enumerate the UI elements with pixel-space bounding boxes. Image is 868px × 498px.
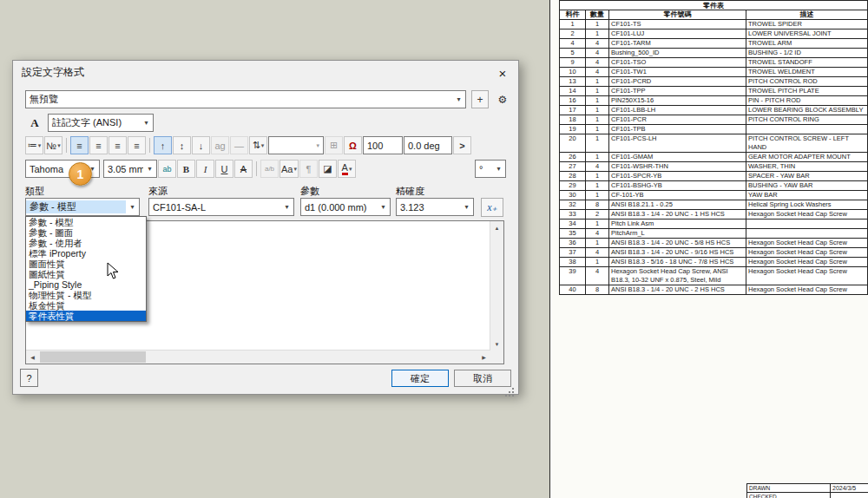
table-cell: 20 (560, 134, 586, 153)
angle-input[interactable]: 0.0 deg (404, 136, 452, 154)
help-button[interactable]: ? (20, 369, 38, 387)
align-right-button[interactable]: ≡ (108, 136, 127, 154)
table-cell: CF101-PCRD (609, 77, 746, 87)
table-row: 332ANSI B18.3 - 1/4 - 20 UNC - 1 HS HCSH… (560, 210, 868, 220)
table-cell: 1 (586, 172, 609, 181)
dropdown-item[interactable]: 參數 - 圖面 (26, 227, 146, 238)
close-button[interactable]: × (488, 62, 517, 84)
table-cell: TROWEL ARM (746, 39, 868, 49)
box-button[interactable]: ⊞ (325, 136, 343, 154)
style-preset-combo[interactable]: 無預覽 ▾ (25, 90, 466, 108)
scrollbar-corner (490, 351, 503, 364)
chevron-down-icon: ▾ (57, 142, 61, 149)
bullet-list-button[interactable]: ≔▾ (25, 136, 43, 154)
strikethrough-button[interactable]: A (234, 160, 253, 178)
table-cell: 1 (586, 96, 609, 106)
ok-button[interactable]: 確定 (391, 370, 449, 387)
precision-combo[interactable]: 3.123 ▾ (396, 198, 474, 216)
table-row: 94CF101-TSOTROWEL STANDOFF (560, 58, 868, 68)
dropdown-item[interactable]: 圖紙性質 (26, 269, 146, 279)
resize-grip[interactable] (512, 388, 514, 390)
align-center-button[interactable]: ≡ (89, 136, 108, 154)
caps-button[interactable]: Aa▾ (279, 160, 299, 178)
chevron-down-icon: ▾ (316, 142, 319, 149)
text-style-combo[interactable]: 註記文字 (ANSI) ▾ (48, 114, 154, 132)
table-cell: 33 (560, 210, 586, 220)
add-style-button[interactable]: + (471, 90, 489, 108)
vertical-scrollbar[interactable]: ▲ ▼ (490, 221, 503, 351)
text-case-button[interactable]: ag (211, 136, 229, 154)
type-combo[interactable]: 參數 - 模型 ▾ (25, 198, 140, 216)
parts-table-title: 零件表 (560, 1, 868, 10)
table-cell: CF101-SPCR-YB (609, 172, 746, 181)
table-row: 171CF101-LBB-LHLOWER BEARING BLOCK ASSEM… (560, 106, 868, 115)
angle-expand-button[interactable]: > (453, 136, 471, 154)
symbol-combo[interactable]: ° ▾ (475, 160, 506, 178)
table-cell: 8 (586, 285, 609, 295)
fill-color-button[interactable]: ◪ (319, 160, 337, 178)
stacked-text-button[interactable]: a/b (260, 160, 279, 178)
line-spacing-button[interactable]: ⇅▾ (249, 136, 267, 154)
text-color-button[interactable]: A▾ (338, 160, 356, 178)
table-row: 408ANSI B18.3 - 1/4 - 20 UNC - 2 HS HCSH… (560, 285, 868, 295)
dropdown-item[interactable]: 參數 - 使用者 (26, 238, 146, 248)
toolbar-separator (66, 138, 67, 153)
formatting-marks-button[interactable]: ¶ (299, 160, 318, 178)
dash-button[interactable]: — (230, 136, 248, 154)
dropdown-item[interactable]: 參數 - 模型 (26, 217, 146, 227)
scroll-down-icon[interactable]: ▼ (490, 337, 503, 351)
dropdown-item[interactable]: 板金性質 (26, 300, 146, 311)
parameter-combo[interactable]: d1 (0.000 mm) ▾ (300, 198, 391, 216)
table-cell: 4 (586, 162, 609, 172)
source-combo[interactable]: CF101-SA-L ▾ (148, 198, 294, 216)
table-row: 161PIN250X15-16PIN - PITCH ROD (560, 96, 868, 106)
table-cell: ANSI B18.3 - 5/16 - 18 UNC - 7/8 HS HCS (609, 258, 746, 267)
table-cell: 1 (586, 29, 609, 39)
dropdown-item[interactable]: 物理性質 - 模型 (26, 290, 146, 300)
dropdown-item[interactable]: 零件表性質 (26, 311, 146, 321)
dropdown-item[interactable]: 圖面性質 (26, 259, 146, 269)
stacked-text-icon: a/b (265, 165, 274, 173)
valign-top-button[interactable]: ↑ (154, 136, 172, 154)
spell-check-button[interactable]: ab (158, 160, 176, 178)
scrollbar-thumb[interactable] (40, 351, 146, 363)
table-cell (746, 125, 868, 134)
column-header-part-number: 零件號碼 (609, 10, 746, 20)
numbered-list-button[interactable]: №▾ (44, 136, 62, 154)
dialog-titlebar[interactable]: 設定文字格式 (13, 61, 518, 84)
underline-button[interactable]: U (215, 160, 233, 178)
symbol-omega-button[interactable]: Ω (344, 136, 362, 154)
table-row: 21CF101-LUJLOWER UNIVERSAL JOINT (560, 29, 868, 39)
style-preset-value: 無預覽 (26, 93, 452, 106)
scroll-left-icon[interactable]: ◀ (26, 351, 39, 364)
source-label: 來源 (148, 185, 168, 198)
table-cell: TROWEL STANDOFF (746, 58, 868, 68)
dialog-title: 設定文字格式 (22, 65, 84, 80)
cancel-button[interactable]: 取消 (454, 370, 511, 387)
bold-button[interactable]: B (177, 160, 195, 178)
table-cell: 35 (560, 229, 586, 239)
title-block: DRAWN2024/3/5CHECKED (746, 483, 868, 498)
stretch-input[interactable]: 100 (363, 136, 403, 154)
table-cell: GEAR MOTOR ADAPTER MOUNT (746, 153, 868, 162)
align-left-button[interactable]: ≡ (70, 136, 89, 154)
valign-middle-button[interactable]: ↕ (173, 136, 191, 154)
table-row: 361ANSI B18.3 - 1/4 - 20 UNC - 5/8 HS HC… (560, 239, 868, 248)
valign-bottom-button[interactable]: ↓ (192, 136, 210, 154)
horizontal-scrollbar[interactable]: ◀ ▶ (26, 350, 490, 364)
insert-parameter-button[interactable]: x₊ (481, 198, 503, 217)
gear-icon[interactable]: ⚙ (492, 90, 513, 108)
table-cell: PIN - PITCH ROD (746, 96, 868, 106)
type-dropdown-list: 參數 - 模型參數 - 圖面參數 - 使用者標準 iProperty圖面性質圖紙… (25, 216, 147, 322)
dropdown-item[interactable]: _Piping Style (26, 279, 146, 290)
font-size-value: 3.05 mm (104, 164, 143, 174)
scroll-right-icon[interactable]: ▶ (477, 351, 490, 364)
justify-button[interactable]: ≡ (128, 136, 146, 154)
italic-button[interactable]: I (196, 160, 214, 178)
dropdown-item[interactable]: 標準 iProperty (26, 248, 146, 259)
table-cell: 4 (586, 267, 609, 285)
chevron-down-icon: ▾ (143, 161, 156, 177)
scroll-up-icon[interactable]: ▲ (490, 221, 503, 234)
font-size-combo[interactable]: 3.05 mm ▾ (103, 160, 157, 178)
valign-top-icon: ↑ (161, 141, 166, 151)
